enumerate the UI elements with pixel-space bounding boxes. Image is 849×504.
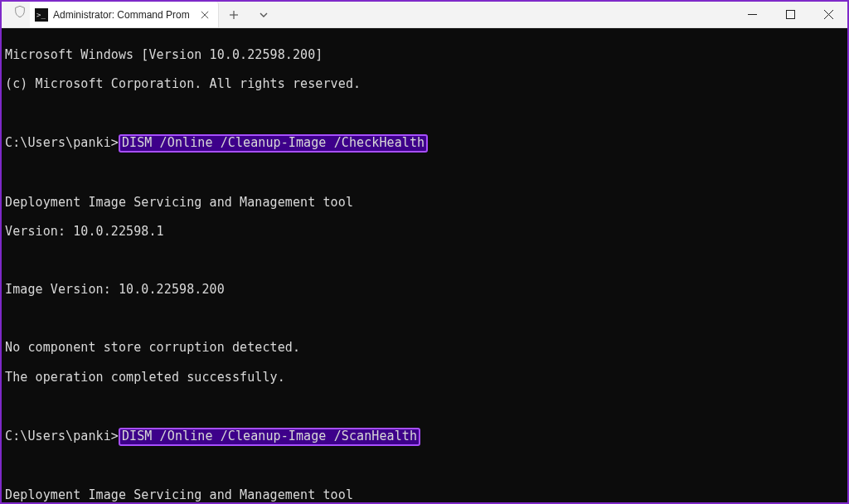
output-line: Version: 10.0.22598.1 bbox=[5, 225, 844, 240]
prompt-line: C:\Users\panki>DISM /Online /Cleanup-Ima… bbox=[5, 135, 844, 152]
blank-line bbox=[5, 166, 844, 181]
highlighted-command: DISM /Online /Cleanup-Image /ScanHealth bbox=[119, 428, 420, 446]
prompt-prefix: C:\Users\panki> bbox=[5, 429, 119, 444]
svg-rect-7 bbox=[786, 11, 794, 19]
shield-icon bbox=[5, 5, 35, 18]
output-line: Microsoft Windows [Version 10.0.22598.20… bbox=[5, 48, 844, 63]
highlighted-command: DISM /Online /Cleanup-Image /CheckHealth bbox=[119, 134, 428, 153]
blank-line bbox=[5, 459, 844, 474]
output-line: No component store corruption detected. bbox=[5, 341, 844, 356]
blank-line bbox=[5, 106, 844, 121]
titlebar: >_ Administrator: Command Prom bbox=[2, 2, 847, 28]
tab-close-button[interactable] bbox=[198, 8, 211, 22]
maximize-button[interactable] bbox=[771, 2, 809, 27]
terminal-output[interactable]: Microsoft Windows [Version 10.0.22598.20… bbox=[2, 28, 847, 502]
minimize-button[interactable] bbox=[733, 2, 771, 27]
blank-line bbox=[5, 400, 844, 414]
blank-line bbox=[5, 312, 844, 327]
output-line: The operation completed successfully. bbox=[5, 371, 844, 385]
output-line: Image Version: 10.0.22598.200 bbox=[5, 283, 844, 298]
titlebar-drag-area[interactable] bbox=[279, 2, 733, 27]
output-line: (c) Microsoft Corporation. All rights re… bbox=[5, 77, 844, 92]
window-controls bbox=[733, 2, 847, 27]
tab-cmd[interactable]: >_ Administrator: Command Prom bbox=[30, 2, 219, 27]
tab-dropdown-button[interactable] bbox=[249, 2, 279, 27]
output-line: Deployment Image Servicing and Managemen… bbox=[5, 196, 844, 211]
svg-text:>_: >_ bbox=[36, 11, 46, 19]
prompt-line: C:\Users\panki>DISM /Online /Cleanup-Ima… bbox=[5, 429, 844, 445]
tab-title: Administrator: Command Prom bbox=[53, 9, 190, 21]
blank-line bbox=[5, 254, 844, 269]
output-line: Deployment Image Servicing and Managemen… bbox=[5, 488, 844, 502]
new-tab-button[interactable] bbox=[219, 2, 249, 27]
prompt-prefix: C:\Users\panki> bbox=[5, 136, 119, 151]
close-button[interactable] bbox=[809, 2, 847, 27]
cmd-icon: >_ bbox=[35, 8, 48, 22]
